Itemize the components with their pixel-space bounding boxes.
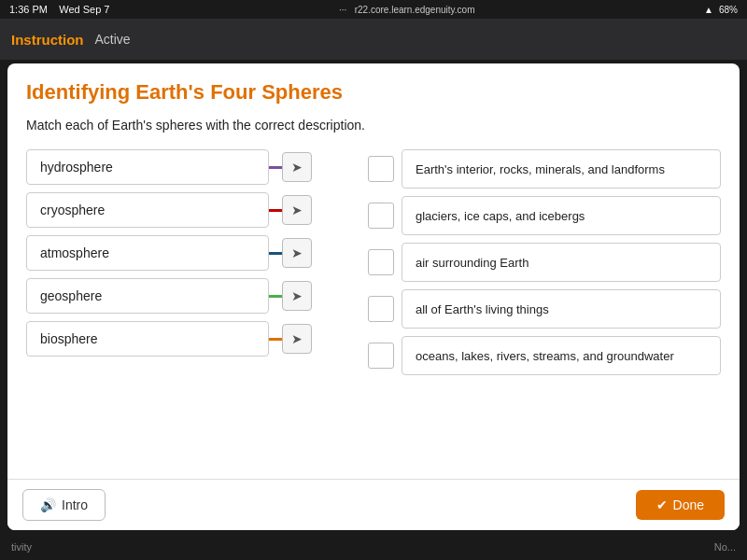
desc-row-2: glaciers, ice caps, and icebergs (368, 196, 721, 235)
term-cryosphere: cryosphere (26, 192, 269, 228)
arrow-btn-hydrosphere[interactable]: ➤ (282, 152, 312, 182)
term-row-cryosphere: cryosphere ➤ (26, 192, 312, 228)
descriptions-column: Earth's interior, rocks, minerals, and l… (368, 149, 721, 375)
desc-row-5: oceans, lakes, rivers, streams, and grou… (368, 336, 721, 375)
term-row-geosphere: geosphere ➤ (26, 278, 312, 314)
desc-box-1: Earth's interior, rocks, minerals, and l… (402, 149, 721, 189)
status-url: ··· r22.core.learn.edgenuity.com (339, 5, 474, 15)
done-button[interactable]: ✔ Done (636, 490, 725, 520)
activity-area: Identifying Earth's Four Spheres Match e… (7, 63, 740, 479)
term-biosphere: biosphere (26, 321, 269, 357)
matching-container: hydrosphere ➤ cryosphere ➤ (26, 149, 721, 375)
desc-row-3: air surrounding Earth (368, 243, 721, 282)
arrow-btn-biosphere[interactable]: ➤ (282, 324, 312, 354)
desc-row-4: all of Earth's living things (368, 289, 721, 329)
desc-box-4: all of Earth's living things (402, 289, 721, 329)
nav-status: Active (95, 32, 131, 47)
status-bar: 1:36 PM Wed Sep 7 ··· r22.core.learn.edg… (0, 0, 747, 19)
terms-column: hydrosphere ➤ cryosphere ➤ (26, 149, 312, 357)
bottom-bar: 🔊 Intro ✔ Done (7, 479, 740, 530)
checkbox-5[interactable] (368, 343, 394, 369)
checkbox-2[interactable] (368, 203, 394, 229)
battery-icon: 68% (719, 5, 738, 15)
activity-title: Identifying Earth's Four Spheres (26, 80, 721, 105)
bottom-left-text: tivity (11, 541, 32, 553)
checkbox-4[interactable] (368, 296, 394, 322)
connector-biosphere: ➤ (269, 324, 312, 354)
check-icon: ✔ (656, 497, 668, 512)
arrow-btn-geosphere[interactable]: ➤ (282, 281, 312, 311)
activity-instruction: Match each of Earth's spheres with the c… (26, 118, 721, 133)
intro-button[interactable]: 🔊 Intro (22, 489, 106, 521)
desc-box-5: oceans, lakes, rivers, streams, and grou… (402, 336, 721, 375)
connector-atmosphere: ➤ (269, 238, 312, 268)
term-row-atmosphere: atmosphere ➤ (26, 235, 312, 271)
main-content: Identifying Earth's Four Spheres Match e… (7, 63, 740, 530)
desc-box-2: glaciers, ice caps, and icebergs (402, 196, 721, 235)
term-geosphere: geosphere (26, 278, 269, 314)
connector-geosphere: ➤ (269, 281, 312, 311)
arrow-btn-cryosphere[interactable]: ➤ (282, 195, 312, 225)
connector-cryosphere: ➤ (269, 195, 312, 225)
term-atmosphere: atmosphere (26, 235, 269, 271)
term-row-biosphere: biosphere ➤ (26, 321, 312, 357)
bottom-right-text: No... (714, 541, 736, 553)
status-indicators: ▲ 68% (704, 5, 738, 15)
nav-bar: Instruction Active (0, 19, 747, 60)
speaker-icon: 🔊 (40, 497, 56, 512)
checkbox-1[interactable] (368, 156, 394, 182)
desc-box-3: air surrounding Earth (402, 243, 721, 282)
desc-row-1: Earth's interior, rocks, minerals, and l… (368, 149, 721, 189)
nav-instruction[interactable]: Instruction (11, 32, 84, 48)
checkbox-3[interactable] (368, 249, 394, 275)
status-time: 1:36 PM Wed Sep 7 (9, 4, 109, 15)
arrow-btn-atmosphere[interactable]: ➤ (282, 238, 312, 268)
term-row-hydrosphere: hydrosphere ➤ (26, 149, 312, 185)
wifi-icon: ▲ (704, 5, 713, 15)
bottom-strip: tivity No... (0, 534, 747, 560)
connector-hydrosphere: ➤ (269, 152, 312, 182)
term-hydrosphere: hydrosphere (26, 149, 269, 185)
